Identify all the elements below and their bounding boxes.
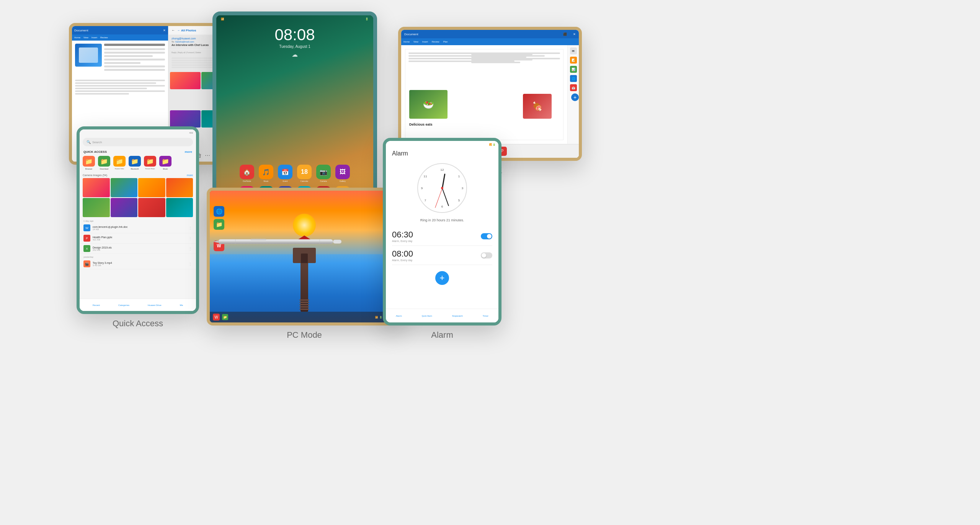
alarm-info-1: Alarm, Every day bbox=[392, 240, 413, 242]
dock-add-button[interactable]: + bbox=[571, 93, 579, 101]
dock-sidebar-calendar[interactable]: 📅 bbox=[570, 84, 577, 91]
qa-camera-section: Camera Images (54) bbox=[83, 174, 107, 177]
qa-folder-bluetooth[interactable]: 📁 Bluetooth bbox=[129, 156, 141, 170]
mw-photos-title: ← All Photos bbox=[177, 29, 196, 32]
tablet-pcmode: 🌐 📁 W W 📁 📶 🔋 100% 16:03 bbox=[207, 188, 402, 325]
mw-doc-title: Document bbox=[74, 29, 163, 32]
app-icon-music[interactable]: 🎵 Music bbox=[259, 165, 273, 182]
alarm-nav-quick[interactable]: Quick Alarm bbox=[422, 315, 432, 317]
alarm-bottom-nav: Alarm Quick Alarm Stopwatch Timer bbox=[386, 309, 498, 322]
qa-bottom-nav: Recent Categories Huawei Drive Me bbox=[80, 299, 196, 311]
alarm-toggle-2[interactable] bbox=[481, 252, 492, 258]
dock-nav-insert[interactable]: Insert bbox=[422, 41, 428, 43]
dock-nav-view[interactable]: View bbox=[413, 41, 418, 43]
quickaccess-label: Quick Access bbox=[77, 319, 199, 329]
alarm-info-2: Alarm, Every day bbox=[392, 259, 413, 262]
qa-folder-download[interactable]: 📁 Download bbox=[98, 156, 110, 170]
qa-folder-huawei-share[interactable]: 📁 Huawei Share bbox=[144, 156, 156, 170]
qa-photo-2[interactable] bbox=[111, 178, 138, 197]
alarm-time-2: 08:00 bbox=[392, 249, 413, 259]
qa-folder-browser[interactable]: 📁 Browser bbox=[83, 156, 95, 170]
pc-start-button[interactable]: W bbox=[213, 314, 220, 321]
svg-marker-1 bbox=[213, 240, 218, 243]
app-icon-gallery[interactable]: 🖼 Gallery bbox=[335, 165, 350, 182]
tablet-quickaccess: 499 🔍 Search QUICK ACCESS more 📁 Browser… bbox=[77, 126, 199, 314]
qa-nav-categories[interactable]: Categories bbox=[118, 304, 129, 306]
qa-file-2[interactable]: P Health Plan.pptx 421 KB ⋮ bbox=[80, 233, 196, 244]
alarm-statusbar: 📶 🔋 bbox=[386, 141, 498, 148]
app-icon-home[interactable]: 🏠 OurHome bbox=[240, 165, 254, 182]
dock-food-img2: 🍖 bbox=[523, 94, 552, 119]
dock-sidebar-email[interactable]: ✉ bbox=[570, 47, 577, 54]
dock-nav-home[interactable]: Home bbox=[403, 41, 410, 43]
hour-hand bbox=[442, 173, 446, 188]
app-icon-18[interactable]: 18 Calendar bbox=[297, 165, 312, 182]
dock-nav-review[interactable]: Review bbox=[432, 41, 439, 43]
dock-nav-plan[interactable]: Plan bbox=[443, 41, 448, 43]
qa-search-placeholder: Search bbox=[92, 141, 102, 144]
qa-photo-8[interactable] bbox=[166, 198, 193, 217]
clock-center bbox=[441, 187, 443, 189]
qa-photo-5[interactable] bbox=[83, 198, 110, 217]
stylus-container bbox=[212, 238, 343, 247]
alarm-title: Alarm bbox=[386, 148, 498, 159]
mw-nav-view[interactable]: View bbox=[83, 36, 88, 39]
pc-taskbar-files[interactable]: 📁 bbox=[222, 314, 228, 320]
qa-section-title: QUICK ACCESS bbox=[83, 150, 107, 154]
dock-food-img1: 🥗 bbox=[409, 90, 448, 119]
desktop-statusbar: 📶 🔋 bbox=[216, 15, 373, 23]
desktop-date: Tuesday, August 1 bbox=[216, 44, 373, 49]
alarm-label: Alarm bbox=[383, 330, 501, 340]
scene: Document ✕ Home View Insert Review bbox=[0, 0, 980, 525]
mw-email-to: Sandra@mail.com bbox=[175, 41, 194, 43]
desktop-time: 08:08 bbox=[216, 23, 373, 43]
qa-folder-music[interactable]: 📁 Music bbox=[159, 156, 172, 170]
dock-sidebar-browser[interactable]: 🌐 bbox=[570, 75, 577, 82]
mw-nav-review[interactable]: Review bbox=[100, 36, 108, 39]
qa-more[interactable]: more bbox=[185, 150, 192, 154]
qa-nav-me[interactable]: Me bbox=[180, 304, 183, 306]
app-icon-camera[interactable]: 📷 Camera bbox=[316, 165, 331, 182]
minute-hand bbox=[442, 188, 449, 206]
qa-photo-6[interactable] bbox=[111, 198, 138, 217]
alarm-nav-timer[interactable]: Timer bbox=[483, 315, 488, 317]
qa-folder-huawei-video[interactable]: 📁 Huawei Video bbox=[113, 156, 126, 170]
dock-doc-title: Document bbox=[404, 33, 418, 36]
alarm-add-button[interactable]: + bbox=[435, 271, 449, 285]
pc-hut bbox=[293, 244, 316, 263]
dock-sidebar-tables[interactable]: 📊 bbox=[570, 66, 577, 73]
clock-face: 12 1 3 5 6 7 9 11 bbox=[417, 163, 467, 213]
photo-thumb-1 bbox=[170, 72, 201, 89]
qa-photo-4[interactable] bbox=[166, 178, 193, 197]
alarm-item-2: 08:00 Alarm, Every day bbox=[392, 246, 492, 265]
qa-photo-1[interactable] bbox=[83, 178, 110, 197]
qa-show-more[interactable]: more bbox=[187, 174, 193, 177]
app-icon-event[interactable]: 📅 Event bbox=[278, 165, 292, 182]
dock-food-caption: Delicious eats bbox=[409, 123, 433, 126]
pcmode-label: PC Mode bbox=[207, 330, 402, 340]
tablet-alarm: 📶 🔋 Alarm 12 1 3 5 6 7 9 11 Rin bbox=[383, 138, 501, 325]
qa-photo-3[interactable] bbox=[138, 178, 165, 197]
dock-sidebar-notepad[interactable]: 📝 bbox=[570, 57, 577, 64]
qa-file-1[interactable]: W com.tencent.qt.plugin.hrk.doc 14 KB ⋮ bbox=[80, 223, 196, 233]
qa-nav-drive[interactable]: Huawei Drive bbox=[148, 304, 162, 306]
mw-nav-insert[interactable]: Insert bbox=[91, 36, 97, 39]
qa-search[interactable]: 🔍 Search bbox=[83, 138, 193, 146]
mw-nav-home[interactable]: Home bbox=[74, 36, 80, 39]
qa-file-3[interactable]: X Design 2019.xls 252 KB ⋮ bbox=[80, 244, 196, 254]
qa-photo-7[interactable] bbox=[138, 198, 165, 217]
qa-nav-recent[interactable]: Recent bbox=[93, 304, 100, 306]
svg-rect-2 bbox=[333, 240, 341, 244]
alarm-nav-stopwatch[interactable]: Stopwatch bbox=[452, 315, 463, 317]
mw-doc-image bbox=[75, 44, 102, 67]
pc-taskbar: W 📁 📶 🔋 100% 16:03 bbox=[210, 312, 399, 322]
photo-thumb-4 bbox=[170, 110, 201, 128]
weather-icon: ☁ bbox=[216, 51, 373, 58]
alarm-nav-alarm[interactable]: Alarm bbox=[396, 315, 402, 317]
qa-statusbar: 499 bbox=[80, 129, 196, 136]
alarm-item-1: 06:30 Alarm, Every day bbox=[392, 227, 492, 246]
stylus-svg bbox=[212, 238, 343, 245]
pc-sun bbox=[293, 214, 316, 237]
qa-file-4[interactable]: 🎬 Toy Story 3.mp4 3.43 GB ⋮ bbox=[80, 259, 196, 269]
alarm-toggle-1[interactable] bbox=[481, 233, 492, 239]
